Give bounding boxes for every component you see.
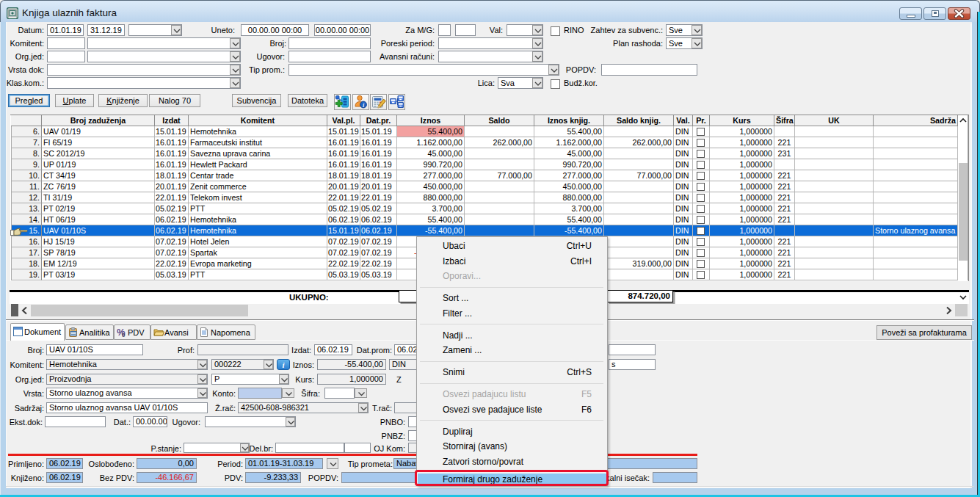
svg-text:0: 0: [122, 332, 126, 337]
